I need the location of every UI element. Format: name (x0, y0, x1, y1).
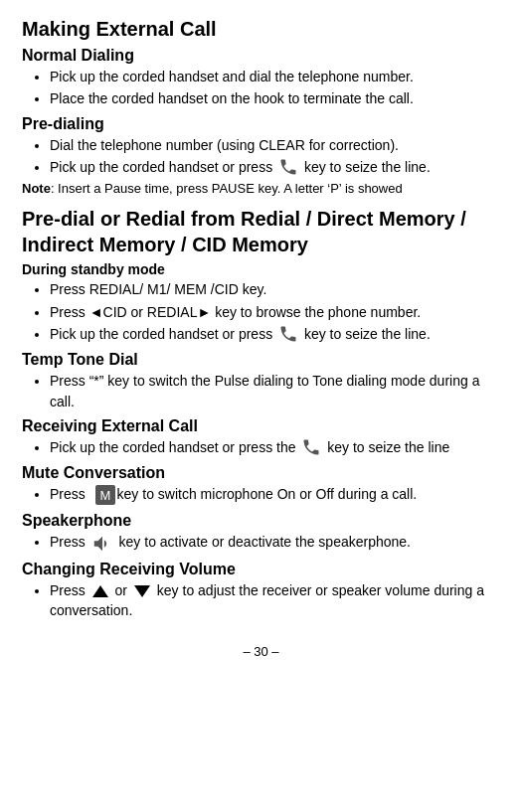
svg-marker-3 (134, 585, 150, 597)
speakerphone-list: Press key to activate or deactivate the … (22, 532, 500, 554)
list-item: Press ◄CID or REDIAL► key to browse the … (50, 302, 500, 322)
list-item: Press M key to switch microphone On or O… (50, 484, 500, 506)
normal-dialing-list: Pick up the corded handset and dial the … (22, 67, 500, 109)
section-heading-mute: Mute Conversation (22, 464, 500, 482)
temp-tone-list: Press “*” key to switch the Pulse dialin… (22, 371, 500, 411)
section-heading-temp-tone: Temp Tone Dial (22, 351, 500, 369)
volume-list: Press or key to adjust the receiver or s… (22, 580, 500, 621)
phone-icon-2 (278, 324, 298, 344)
page-footer: – 30 – (22, 644, 500, 659)
section-heading-receiving: Receiving External Call (22, 417, 500, 435)
section-heading-volume: Changing Receiving Volume (22, 561, 500, 578)
section-heading-pre-dialing: Pre-dialing (22, 115, 500, 133)
page-title: Making External Call (22, 18, 500, 41)
list-item: Pick up the corded handset or press the … (50, 437, 500, 458)
phone-icon (278, 157, 298, 177)
list-item: Dial the telephone number (using CLEAR f… (50, 135, 500, 155)
list-item: Pick up the corded handset or press key … (50, 324, 500, 345)
list-item: Place the corded handset on the hook to … (50, 88, 500, 108)
pre-dialing-list: Dial the telephone number (using CLEAR f… (22, 135, 500, 179)
sub-heading-standby-mode: During standby mode (22, 261, 500, 277)
phone-icon-3 (301, 437, 321, 457)
page-container: Making External Call Normal Dialing Pick… (22, 18, 500, 659)
section-heading-normal-dialing: Normal Dialing (22, 47, 500, 65)
list-item: Press “*” key to switch the Pulse dialin… (50, 371, 500, 411)
speaker-icon (91, 533, 113, 555)
section-heading-pre-dial-redial: Pre-dial or Redial from Redial / Direct … (22, 206, 500, 257)
list-item: Press or key to adjust the receiver or s… (50, 580, 500, 621)
list-item: Press key to activate or deactivate the … (50, 532, 500, 554)
down-arrow-icon (133, 584, 151, 598)
mute-icon: M (94, 484, 116, 506)
section-heading-speakerphone: Speakerphone (22, 512, 500, 530)
svg-text:M: M (99, 488, 110, 503)
pre-dial-redial-list: Press REDIAL/ M1/ MEM /CID key. Press ◄C… (22, 279, 500, 345)
receiving-list: Pick up the corded handset or press the … (22, 437, 500, 458)
list-item: Pick up the corded handset and dial the … (50, 67, 500, 86)
up-arrow-icon (91, 584, 109, 598)
svg-marker-2 (92, 585, 108, 597)
note-text: Note: Insert a Pause time, press PAUSE k… (22, 180, 500, 198)
list-item: Pick up the corded handset or press key … (50, 157, 500, 178)
mute-list: Press M key to switch microphone On or O… (22, 484, 500, 506)
list-item: Press REDIAL/ M1/ MEM /CID key. (50, 279, 500, 299)
